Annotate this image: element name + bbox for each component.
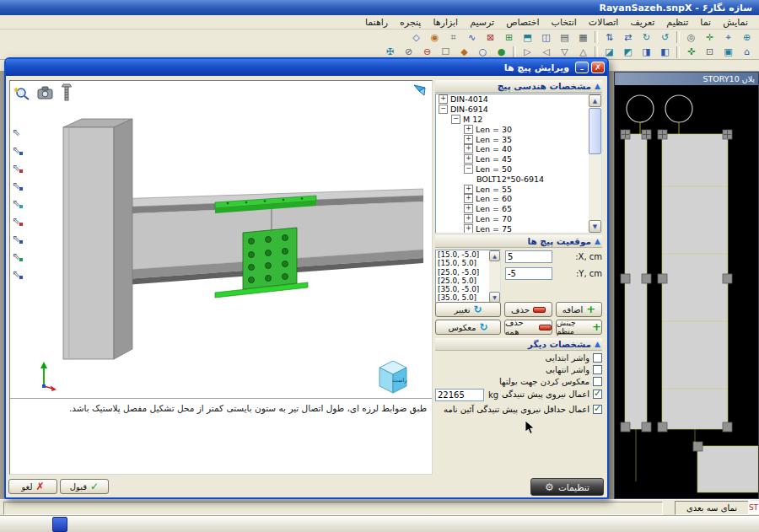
menu-item[interactable]: ترسیم [464, 16, 500, 29]
menu-item[interactable]: انتخاب [546, 16, 583, 29]
expand-icon[interactable]: + [464, 224, 473, 234]
reverse-button[interactable]: معکوس ↻ [435, 320, 501, 335]
axes-icon[interactable]: ✜ [682, 45, 700, 60]
layers-icon[interactable]: ▤ [556, 30, 573, 45]
checkbox[interactable] [593, 353, 602, 363]
menu-item[interactable]: اتصالات [583, 16, 625, 29]
arrange-button[interactable]: چینش منظم + [556, 320, 602, 335]
tree-node[interactable]: −M 12 [436, 115, 601, 125]
expand-icon[interactable]: + [464, 194, 473, 203]
plan-view-icon[interactable]: ▣ [719, 45, 737, 60]
home-view-icon[interactable]: ⌂ [738, 45, 756, 60]
elevation-view-icon[interactable]: ⊡ [701, 45, 719, 60]
select-type-icon[interactable]: ⇖ [12, 251, 25, 264]
story-tab-fragment[interactable]: ST [748, 501, 759, 514]
checkbox[interactable] [593, 377, 602, 386]
menu-item[interactable]: اختصاص [500, 16, 545, 29]
half-left-icon[interactable]: ◧ [656, 45, 674, 60]
select-invert-icon[interactable]: ⇖ [12, 269, 25, 282]
tree-node[interactable]: BOLT12*50-6914 [436, 174, 601, 184]
views-icon[interactable]: ◫ [537, 30, 555, 45]
select-all-icon[interactable]: ⇖ [12, 216, 25, 228]
checkbox-row[interactable]: معکوس کردن جهت بولتها [435, 375, 602, 387]
print-icon[interactable]: ◎ [682, 30, 700, 45]
orientation-icon[interactable] [413, 83, 427, 97]
expand-icon[interactable]: + [464, 214, 473, 223]
expand-icon[interactable]: − [451, 115, 460, 124]
new-model-icon[interactable]: ⊕ [738, 30, 756, 45]
apply-pretension-checkbox-row[interactable]: اعمال نیروی پیش تنیدگی [502, 390, 602, 399]
y-coordinate-input[interactable] [505, 267, 552, 280]
cancel-button[interactable]: لغو ✗ [8, 479, 57, 494]
camera-icon[interactable] [37, 86, 54, 99]
bolt-icon[interactable] [61, 83, 73, 102]
close-icon[interactable]: ✗ [591, 62, 605, 73]
checkbox-row[interactable]: واشر انتهایی [435, 363, 602, 375]
delete-element-icon[interactable]: ⊠ [482, 30, 499, 45]
menu-item[interactable]: راهنما [359, 16, 394, 29]
tree-node[interactable]: +Len = 45 [436, 154, 601, 164]
expand-icon[interactable]: − [439, 105, 448, 114]
expand-icon[interactable]: − [464, 164, 473, 174]
positions-scrollbar[interactable]: ▲ ▼ [489, 250, 500, 303]
remove-button[interactable]: حذف [504, 302, 552, 317]
corner-a-icon[interactable]: ◩ [619, 45, 637, 60]
select-window-icon[interactable]: ⇖ [12, 180, 25, 193]
expand-icon[interactable]: + [439, 94, 448, 104]
pretension-force-input[interactable] [435, 389, 484, 401]
half-right-icon[interactable]: ◨ [638, 45, 655, 60]
checkbox-row[interactable]: واشر ابتدایی [435, 352, 602, 363]
expand-icon[interactable]: + [464, 185, 473, 194]
orbit-icon[interactable]: ⇅ [600, 30, 618, 45]
taskbar-app-icon[interactable] [52, 517, 67, 532]
tree-node[interactable]: +Len = 75 [436, 223, 601, 234]
scroll-up-icon[interactable]: ▲ [589, 94, 601, 107]
shade-icon[interactable]: ⬒ [519, 30, 536, 45]
menu-item[interactable]: تنظیم [660, 16, 694, 29]
checkbox[interactable] [593, 365, 602, 374]
menu-item[interactable]: نمایش [717, 16, 754, 29]
grid-icon[interactable]: ▦ [574, 30, 592, 45]
select-icon[interactable]: ⇖ [12, 127, 25, 140]
scroll-down-icon[interactable]: ▼ [589, 220, 601, 233]
redo-icon[interactable]: ↻ [638, 30, 655, 45]
levels-icon[interactable]: ⌗ [444, 30, 462, 45]
select-filter-icon[interactable]: ⇖ [12, 234, 25, 246]
scroll-up-icon[interactable]: ▲ [489, 250, 500, 261]
menu-item[interactable]: ابزارها [427, 16, 464, 29]
menu-item[interactable]: نما [694, 16, 717, 29]
select-add-icon[interactable]: ⇖ [12, 145, 25, 158]
pan-icon[interactable]: ⇄ [619, 30, 637, 45]
view-cube-icon[interactable]: راست [373, 357, 412, 395]
ok-button[interactable]: قبول ✓ [60, 479, 109, 494]
tree-node[interactable]: +Len = 55 [436, 184, 601, 194]
menu-item[interactable]: پنجره [394, 16, 427, 29]
steel-connection-model[interactable] [25, 115, 423, 411]
expand-icon[interactable]: + [464, 144, 473, 153]
plan-canvas[interactable] [615, 85, 758, 498]
tree-node[interactable]: +Len = 60 [436, 194, 601, 204]
menu-item[interactable]: تعریف [624, 16, 660, 29]
add-element-icon[interactable]: ⊞ [500, 30, 518, 45]
save-model-icon[interactable]: ✛ [701, 30, 719, 45]
zoom-icon[interactable] [13, 85, 30, 100]
checkbox[interactable] [593, 405, 602, 414]
tree-node[interactable]: +Len = 70 [436, 214, 601, 224]
tree-node[interactable]: −DIN-6914 [436, 105, 601, 115]
plan-view-window[interactable]: پلان STORY10 [614, 72, 759, 499]
expand-icon[interactable]: + [464, 135, 473, 144]
expand-icon[interactable]: + [464, 204, 473, 213]
tree-node[interactable]: +Len = 65 [436, 204, 601, 214]
minimize-icon[interactable]: ـ [575, 62, 589, 73]
tree-node[interactable]: +Len = 35 [436, 134, 601, 144]
tree-scrollbar[interactable]: ▲ ▼ [589, 94, 601, 233]
tree-node[interactable]: −Len = 50 [436, 164, 601, 175]
3d-viewport[interactable]: ⇖⇖⇖⇖⇖⇖⇖⇖⇖ [9, 80, 433, 475]
settings-button[interactable]: تنظیمات ⚙ [530, 478, 604, 496]
select-remove-icon[interactable]: ⇖ [12, 163, 25, 175]
x-coordinate-input[interactable] [505, 250, 552, 263]
change-button[interactable]: تغییر ↻ [435, 302, 501, 317]
expand-icon[interactable]: + [464, 125, 473, 134]
scroll-thumb[interactable] [589, 108, 601, 154]
tree-node[interactable]: +Len = 30 [436, 124, 601, 134]
